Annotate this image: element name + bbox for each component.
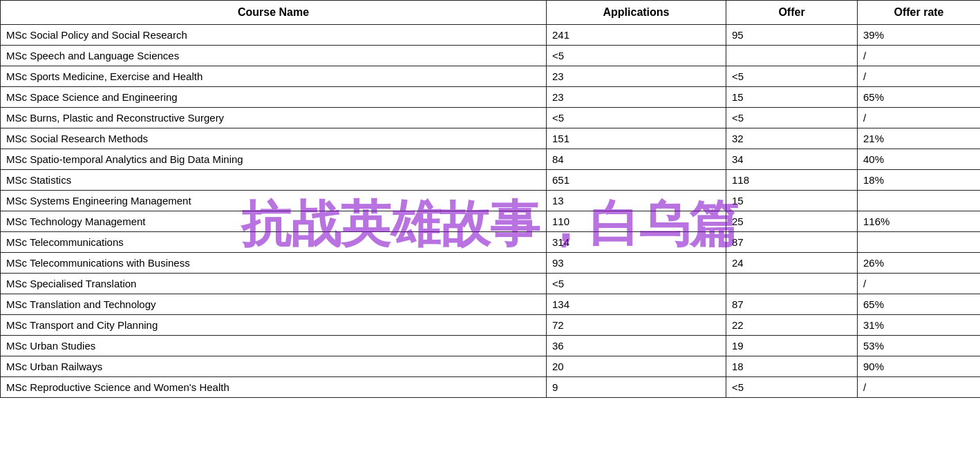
- table-row: MSc Burns, Plastic and Reconstructive Su…: [1, 108, 981, 128]
- table-row: MSc Statistics65111818%: [1, 170, 981, 191]
- cell-offer-rate: /: [858, 66, 981, 87]
- cell-applications: 72: [547, 315, 726, 336]
- cell-applications: 13: [547, 191, 726, 211]
- table-row: MSc Telecommunications with Business9324…: [1, 253, 981, 274]
- cell-applications: 23: [547, 87, 726, 108]
- cell-applications: 20: [547, 356, 726, 377]
- cell-offer: 15: [726, 191, 858, 211]
- cell-applications: 93: [547, 253, 726, 274]
- cell-offer-rate: 40%: [858, 149, 981, 170]
- table-row: MSc Telecommunications31487: [1, 232, 981, 253]
- cell-course: MSc Reproductive Science and Women's Hea…: [1, 377, 547, 398]
- table-row: MSc Urban Studies361953%: [1, 336, 981, 356]
- courses-table: Course Name Applications Offer Offer rat…: [0, 0, 980, 398]
- table-row: MSc Sports Medicine, Exercise and Health…: [1, 66, 981, 87]
- cell-offer: 87: [726, 294, 858, 315]
- cell-offer: 24: [726, 253, 858, 274]
- cell-course: MSc Telecommunications with Business: [1, 253, 547, 274]
- table-row: MSc Reproductive Science and Women's Hea…: [1, 377, 981, 398]
- table-row: MSc Spatio-temporal Analytics and Big Da…: [1, 149, 981, 170]
- cell-offer-rate: [858, 232, 981, 253]
- cell-offer-rate: 53%: [858, 336, 981, 356]
- cell-offer-rate: 116%: [858, 211, 981, 232]
- cell-applications: 241: [547, 25, 726, 46]
- col-header-applications: Applications: [547, 1, 726, 25]
- table-row: MSc Space Science and Engineering231565%: [1, 87, 981, 108]
- cell-course: MSc Urban Railways: [1, 356, 547, 377]
- table-row: MSc Social Policy and Social Research241…: [1, 25, 981, 46]
- col-header-offer: Offer: [726, 1, 858, 25]
- cell-offer: 15: [726, 87, 858, 108]
- cell-offer-rate: /: [858, 377, 981, 398]
- cell-offer-rate: 21%: [858, 128, 981, 149]
- cell-applications: 84: [547, 149, 726, 170]
- cell-offer-rate: 90%: [858, 356, 981, 377]
- cell-course: MSc Space Science and Engineering: [1, 87, 547, 108]
- col-header-offer-rate: Offer rate: [858, 1, 981, 25]
- table-row: MSc Translation and Technology1348765%: [1, 294, 981, 315]
- table-row: MSc Social Research Methods1513221%: [1, 128, 981, 149]
- table-container: Course Name Applications Offer Offer rat…: [0, 0, 980, 398]
- cell-applications: 36: [547, 336, 726, 356]
- cell-offer-rate: /: [858, 274, 981, 294]
- cell-course: MSc Social Research Methods: [1, 128, 547, 149]
- cell-course: MSc Social Policy and Social Research: [1, 25, 547, 46]
- cell-applications: 9: [547, 377, 726, 398]
- cell-course: MSc Technology Management: [1, 211, 547, 232]
- cell-course: MSc Transport and City Planning: [1, 315, 547, 336]
- cell-offer-rate: 65%: [858, 87, 981, 108]
- cell-course: MSc Translation and Technology: [1, 294, 547, 315]
- table-row: MSc Systems Engineering Management1315: [1, 191, 981, 211]
- cell-course: MSc Statistics: [1, 170, 547, 191]
- cell-offer: 25: [726, 211, 858, 232]
- cell-offer: <5: [726, 66, 858, 87]
- cell-offer-rate: [858, 191, 981, 211]
- cell-offer: <5: [726, 377, 858, 398]
- cell-offer: 19: [726, 336, 858, 356]
- cell-offer: 118: [726, 170, 858, 191]
- cell-applications: 651: [547, 170, 726, 191]
- cell-course: MSc Specialised Translation: [1, 274, 547, 294]
- cell-offer: 87: [726, 232, 858, 253]
- cell-offer-rate: 65%: [858, 294, 981, 315]
- cell-course: MSc Spatio-temporal Analytics and Big Da…: [1, 149, 547, 170]
- cell-offer-rate: /: [858, 46, 981, 66]
- cell-course: MSc Systems Engineering Management: [1, 191, 547, 211]
- cell-offer: [726, 46, 858, 66]
- cell-course: MSc Burns, Plastic and Reconstructive Su…: [1, 108, 547, 128]
- col-header-course: Course Name: [1, 1, 547, 25]
- cell-offer-rate: /: [858, 108, 981, 128]
- table-row: MSc Technology Management11025116%: [1, 211, 981, 232]
- cell-offer-rate: 26%: [858, 253, 981, 274]
- cell-offer: <5: [726, 108, 858, 128]
- table-row: MSc Specialised Translation<5/: [1, 274, 981, 294]
- cell-applications: <5: [547, 108, 726, 128]
- cell-offer: 18: [726, 356, 858, 377]
- cell-course: MSc Sports Medicine, Exercise and Health: [1, 66, 547, 87]
- cell-course: MSc Telecommunications: [1, 232, 547, 253]
- cell-applications: <5: [547, 274, 726, 294]
- table-row: MSc Transport and City Planning722231%: [1, 315, 981, 336]
- cell-course: MSc Urban Studies: [1, 336, 547, 356]
- cell-applications: 151: [547, 128, 726, 149]
- cell-applications: <5: [547, 46, 726, 66]
- cell-applications: 314: [547, 232, 726, 253]
- cell-offer-rate: 31%: [858, 315, 981, 336]
- table-row: MSc Urban Railways201890%: [1, 356, 981, 377]
- cell-applications: 110: [547, 211, 726, 232]
- cell-course: MSc Speech and Language Sciences: [1, 46, 547, 66]
- cell-applications: 134: [547, 294, 726, 315]
- header-row: Course Name Applications Offer Offer rat…: [1, 1, 981, 25]
- cell-offer: 32: [726, 128, 858, 149]
- cell-offer: 95: [726, 25, 858, 46]
- cell-offer-rate: 18%: [858, 170, 981, 191]
- table-row: MSc Speech and Language Sciences<5/: [1, 46, 981, 66]
- cell-offer: 34: [726, 149, 858, 170]
- cell-offer: 22: [726, 315, 858, 336]
- cell-offer-rate: 39%: [858, 25, 981, 46]
- cell-applications: 23: [547, 66, 726, 87]
- cell-offer: [726, 274, 858, 294]
